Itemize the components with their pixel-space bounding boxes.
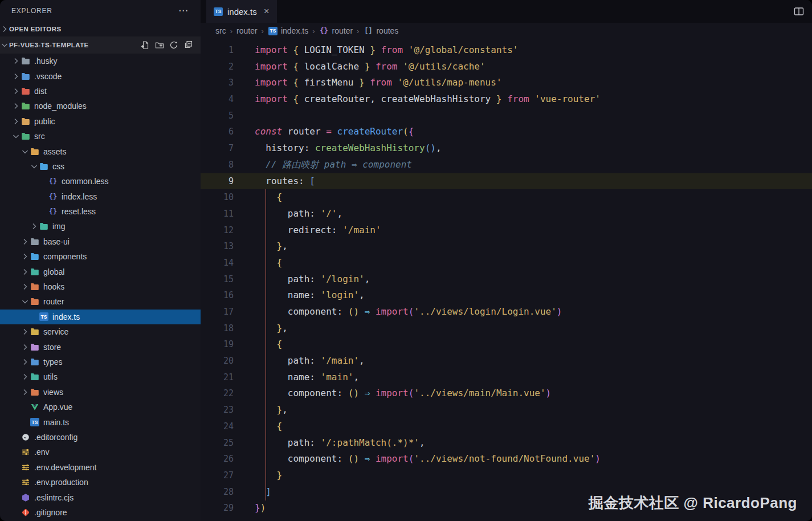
- tree-item-label: assets: [43, 147, 66, 156]
- code-line[interactable]: 7 history: createWebHashHistory(),: [201, 140, 812, 157]
- tree-item-label: .editorconfig: [34, 433, 77, 442]
- code-line[interactable]: 9 routes: [: [201, 173, 812, 190]
- code-line[interactable]: 13 },: [201, 238, 812, 255]
- tree-folder-utils[interactable]: utils: [0, 369, 201, 384]
- tree-item-label: components: [43, 252, 87, 261]
- tree-folder-store[interactable]: store: [0, 339, 201, 354]
- tree-file-env-production[interactable]: .env.production: [0, 475, 201, 490]
- tree-folder-global[interactable]: global: [0, 264, 201, 279]
- code-line[interactable]: 11 path: '/',: [201, 206, 812, 222]
- tree-file-index-ts[interactable]: TSindex.ts: [0, 310, 201, 324]
- code-line[interactable]: 14 {: [201, 255, 812, 271]
- tree-folder-img[interactable]: img: [0, 219, 201, 234]
- tree-item-label: common.less: [62, 177, 108, 186]
- tree-folder-components[interactable]: components: [0, 249, 201, 264]
- close-icon[interactable]: ×: [264, 6, 270, 17]
- tree-file-main-ts[interactable]: TSmain.ts: [0, 414, 201, 429]
- breadcrumb-label: routes: [376, 26, 398, 35]
- code-line[interactable]: 5: [201, 108, 812, 124]
- editorconfig-icon: [21, 433, 31, 442]
- tree-folder-types[interactable]: types: [0, 355, 201, 369]
- breadcrumb-item-index-ts[interactable]: TSindex.ts: [268, 26, 308, 35]
- code-line[interactable]: 18 },: [201, 320, 812, 337]
- code-line[interactable]: 16 name: 'login',: [201, 287, 812, 304]
- split-editor-icon[interactable]: [794, 6, 804, 19]
- code-line[interactable]: 20 path: '/main',: [201, 353, 812, 369]
- new-file-icon[interactable]: [141, 40, 150, 50]
- tree-folder-service[interactable]: service: [0, 324, 201, 339]
- tree-folder-husky[interactable]: .husky: [0, 54, 201, 68]
- code-line[interactable]: 24 {: [201, 418, 812, 435]
- ts-icon: TS: [39, 312, 49, 321]
- more-actions-icon[interactable]: ⋯: [178, 8, 188, 14]
- code-line[interactable]: 1import { LOGIN_TOKEN } from '@/global/c…: [201, 42, 812, 59]
- tree-file-env-development[interactable]: .env.development: [0, 460, 201, 475]
- tree-file-env[interactable]: .env: [0, 445, 201, 459]
- chevron-right-icon: [21, 372, 30, 381]
- code-line[interactable]: 3import { firstMenu } from '@/utils/map-…: [201, 75, 812, 91]
- code-line[interactable]: 12 redirect: '/main': [201, 222, 812, 239]
- tree-file-index-less[interactable]: {}index.less: [0, 189, 201, 204]
- indent-guide: [266, 189, 266, 500]
- tree-folder-hooks[interactable]: hooks: [0, 279, 201, 294]
- code-line[interactable]: 4import { createRouter, createWebHashHis…: [201, 91, 812, 108]
- tree-folder-vscode[interactable]: .vscode: [0, 68, 201, 83]
- code-line[interactable]: 25 path: '/:pathMatch(.*)*',: [201, 435, 812, 451]
- tree-file-common-less[interactable]: {}common.less: [0, 174, 201, 189]
- tree-file-editorconfig[interactable]: .editorconfig: [0, 430, 201, 445]
- tree-folder-node-modules[interactable]: node_modules: [0, 99, 201, 113]
- chevron-right-icon: [21, 282, 30, 291]
- line-number: 7: [201, 140, 234, 157]
- breadcrumb-item-router[interactable]: router: [236, 26, 258, 35]
- code-line[interactable]: 6const router = createRouter({: [201, 124, 812, 140]
- tree-file-gitignore[interactable]: .gitignore: [0, 505, 201, 520]
- breadcrumb: src›router›TSindex.ts›{}router›[]routes: [201, 23, 812, 39]
- tree-file-app-vue[interactable]: App.vue: [0, 400, 201, 414]
- project-section[interactable]: PF-VUE3-TS-TEMPLATE: [0, 36, 201, 54]
- code-line[interactable]: 27 }: [201, 467, 812, 484]
- tree-folder-css[interactable]: css: [0, 159, 201, 174]
- tree-folder-base-ui[interactable]: base-ui: [0, 234, 201, 249]
- tree-file-reset-less[interactable]: {}reset.less: [0, 204, 201, 219]
- line-number: 5: [201, 108, 234, 124]
- collapse-all-icon[interactable]: [183, 40, 193, 50]
- tree-folder-public[interactable]: public: [0, 114, 201, 129]
- tab-label: index.ts: [227, 7, 257, 17]
- code-line[interactable]: 8 // 路由映射 path ⇒ component: [201, 157, 812, 173]
- folder-icon: [39, 222, 49, 231]
- code-line[interactable]: 22 component: () ⇒ import('../views/main…: [201, 385, 812, 402]
- code-editor[interactable]: 1import { LOGIN_TOKEN } from '@/global/c…: [201, 39, 812, 521]
- tree-folder-views[interactable]: views: [0, 385, 201, 400]
- chevron-down-icon: [0, 40, 9, 50]
- code-line[interactable]: 19 {: [201, 336, 812, 353]
- tree-folder-router[interactable]: router: [0, 294, 201, 309]
- breadcrumb-item-router[interactable]: {}router: [319, 26, 353, 35]
- code-line[interactable]: 2import { localCache } from '@/utils/cac…: [201, 59, 812, 75]
- breadcrumb-label: router: [332, 26, 353, 35]
- code-line[interactable]: 26 component: () ⇒ import('../views/not-…: [201, 451, 812, 467]
- code-line[interactable]: 15 path: '/login',: [201, 271, 812, 288]
- open-editors-section[interactable]: OPEN EDITORS: [0, 22, 201, 36]
- breadcrumb-item-routes[interactable]: []routes: [363, 26, 398, 35]
- tree-folder-src[interactable]: src: [0, 129, 201, 144]
- code-line[interactable]: 21 name: 'main',: [201, 369, 812, 386]
- line-number: 10: [201, 189, 234, 206]
- git-icon: [21, 508, 31, 517]
- tree-item-label: .env.production: [34, 478, 88, 487]
- line-number: 23: [201, 402, 234, 418]
- tab-index-ts[interactable]: TS index.ts ×: [206, 0, 277, 23]
- code-line[interactable]: 10 {: [201, 189, 812, 206]
- code-line[interactable]: 23 },: [201, 402, 812, 418]
- breadcrumb-separator: ›: [357, 27, 359, 35]
- new-folder-icon[interactable]: [155, 40, 164, 50]
- eslint-icon: [21, 493, 31, 502]
- refresh-icon[interactable]: [169, 40, 178, 50]
- explorer-title: EXPLORER: [11, 7, 52, 15]
- tree-folder-assets[interactable]: assets: [0, 144, 201, 158]
- code-line[interactable]: 17 component: () ⇒ import('../views/logi…: [201, 304, 812, 320]
- breadcrumb-item-src[interactable]: src: [215, 26, 226, 35]
- chevron-right-icon: [11, 72, 21, 81]
- tree-folder-dist[interactable]: dist: [0, 84, 201, 99]
- project-label: PF-VUE3-TS-TEMPLATE: [9, 42, 89, 48]
- tree-file-eslintrc-cjs[interactable]: .eslintrc.cjs: [0, 490, 201, 504]
